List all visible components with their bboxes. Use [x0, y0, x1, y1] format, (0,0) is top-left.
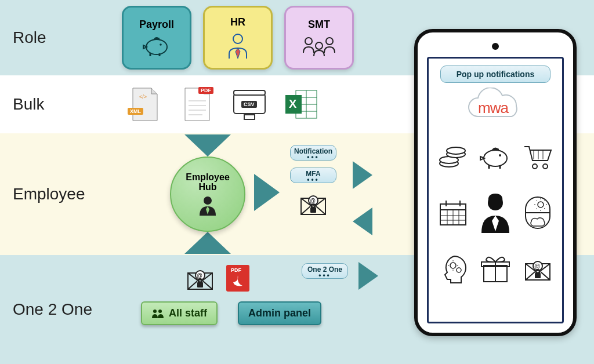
- pdf-file-icon: PDF: [179, 86, 216, 123]
- svg-text:@: @: [310, 198, 316, 204]
- svg-rect-2: [155, 38, 160, 39]
- secure-email-icon: @: [299, 190, 328, 217]
- svg-point-39: [499, 154, 501, 156]
- svg-point-59: [450, 263, 456, 268]
- svg-text:@: @: [197, 272, 202, 279]
- phone-mockup: Pop up notifications mwa @: [414, 29, 577, 336]
- svg-point-6: [316, 42, 323, 49]
- role-hr-label: HR: [230, 16, 245, 28]
- mind-gears-icon: [434, 243, 471, 294]
- pdf-badge: PDF: [198, 87, 213, 94]
- svg-point-4: [305, 38, 312, 45]
- phone-camera-icon: [492, 43, 499, 50]
- arrow-left-from-phone-icon: [353, 208, 372, 235]
- svg-point-38: [484, 150, 507, 166]
- piggy-bank-icon: [142, 34, 171, 57]
- svg-point-58: [538, 202, 544, 208]
- row-one2one-label: One 2 One: [0, 300, 110, 319]
- svg-point-32: [158, 310, 162, 313]
- calendar-icon: [434, 188, 471, 238]
- employee-hub-circle: EmployeeHub: [170, 156, 245, 232]
- svg-point-22: [204, 196, 212, 205]
- all-staff-button[interactable]: All staff: [141, 301, 218, 325]
- admin-panel-button[interactable]: Admin panel: [238, 301, 321, 325]
- phone-app-grid: @: [434, 132, 556, 294]
- coins-icon: [434, 132, 471, 182]
- arrow-down-icon: [184, 134, 231, 156]
- role-payroll-label: Payroll: [139, 19, 174, 31]
- svg-point-41: [533, 164, 537, 169]
- row-role-label: Role: [0, 28, 110, 47]
- svg-rect-13: [234, 90, 265, 95]
- svg-point-37: [447, 147, 465, 154]
- businessman-icon: [223, 32, 252, 60]
- secure-email-icon-2: @: [186, 265, 215, 292]
- row-employee-label: Employee: [0, 185, 110, 203]
- svg-text:X: X: [289, 97, 297, 110]
- svg-text:</>: </>: [139, 94, 147, 100]
- people-group-icon: [302, 34, 336, 57]
- admin-panel-label: Admin panel: [248, 307, 311, 319]
- xml-file-icon: </> XML: [126, 86, 164, 123]
- arrow-right-large-icon: [254, 174, 280, 211]
- weather-widget-icon: [520, 188, 556, 238]
- hub-line1: Employee: [186, 172, 230, 182]
- popup-notifications-banner: Pop up notifications: [440, 65, 550, 83]
- role-box-smt: SMT: [284, 6, 354, 70]
- svg-point-0: [146, 39, 167, 54]
- gift-box-icon: [477, 243, 513, 294]
- pdf-adobe-icon: PDF: [225, 264, 251, 293]
- arrow-right-to-phone-icon: [353, 161, 372, 189]
- csv-badge: CSV: [241, 101, 257, 108]
- arrow-up-icon: [184, 232, 231, 254]
- role-box-hr: HR: [203, 6, 273, 70]
- xml-badge: XML: [128, 108, 143, 115]
- svg-text:@: @: [534, 263, 540, 270]
- all-staff-label: All staff: [169, 307, 207, 319]
- piggy-bank-icon-2: [477, 132, 513, 182]
- employee-avatar-large-icon: [477, 188, 513, 238]
- row-bulk-label: Bulk: [0, 95, 110, 114]
- phone-screen: Pop up notifications mwa @: [427, 57, 564, 323]
- svg-point-3: [233, 34, 242, 43]
- chip-notification: Notification•••: [290, 145, 336, 161]
- svg-point-60: [457, 268, 461, 272]
- employee-avatar-icon: [198, 195, 218, 216]
- svg-text:mwa: mwa: [478, 99, 509, 117]
- role-smt-label: SMT: [308, 19, 330, 31]
- svg-point-5: [326, 38, 333, 45]
- brand-cloud: mwa: [461, 88, 530, 126]
- svg-rect-28: [197, 282, 203, 287]
- role-box-payroll: Payroll: [122, 6, 191, 70]
- svg-point-1: [160, 43, 162, 46]
- people-icon: [151, 309, 164, 318]
- csv-file-icon: CSV: [231, 86, 268, 123]
- hub-line2: Hub: [198, 182, 216, 192]
- arrow-right-one2one-icon: [358, 262, 378, 290]
- secure-email-icon-3: @: [520, 243, 556, 294]
- svg-text:PDF: PDF: [231, 267, 242, 273]
- svg-point-31: [153, 310, 157, 313]
- svg-rect-66: [535, 273, 541, 278]
- shopping-cart-icon: [520, 132, 556, 182]
- svg-rect-14: [244, 115, 255, 119]
- svg-rect-25: [310, 208, 316, 213]
- excel-file-icon: X: [283, 86, 320, 123]
- chip-mfa: MFA•••: [290, 168, 336, 183]
- chip-one2one: One 2 One•••: [302, 263, 348, 279]
- svg-point-42: [543, 164, 548, 169]
